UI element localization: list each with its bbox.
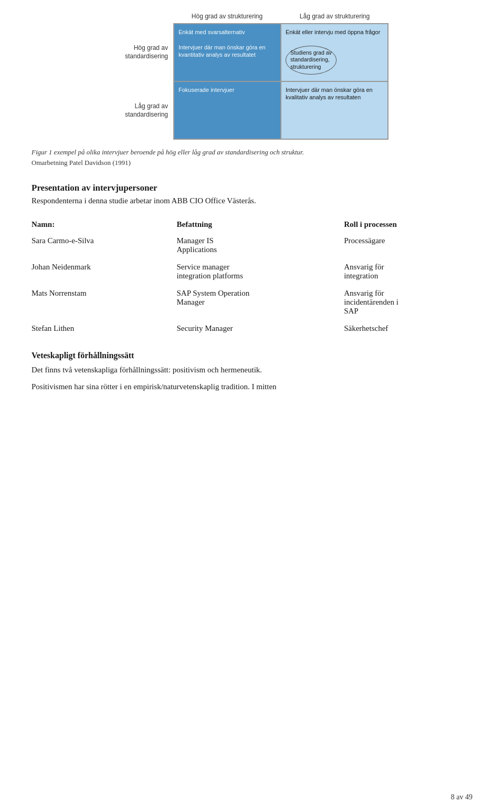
vetenskapligt-heading: Veteskapligt förhållningssätt xyxy=(32,351,472,360)
vetenskapligt-text2: Positivismen har sina rötter i en empiri… xyxy=(32,380,472,393)
top-label-high: Hög grad av strukturering xyxy=(173,11,281,23)
presentation-section: Presentation av intervjupersoner Respond… xyxy=(32,183,472,205)
table-row: Sara Carmo-e-Silva Manager IS Applicatio… xyxy=(32,234,472,256)
diagram-container: Hög grad av strukturering Låg grad av st… xyxy=(116,11,388,140)
table-header-row: Namn: Befattning Roll i processen xyxy=(32,217,472,234)
diagram-cell-bottom-right: Intervjuer där man önskar göra en kvalit… xyxy=(281,81,388,139)
vetenskapligt-section: Veteskapligt förhållningssätt Det finns … xyxy=(32,351,472,393)
row4-role: Säkerhetschef xyxy=(344,322,472,335)
spacer-row xyxy=(32,318,472,322)
row2-title: Service manager integration platforms xyxy=(177,261,344,283)
cell-text-4a: Intervjuer där man önskar göra en kvalit… xyxy=(286,86,383,101)
row2-role: Ansvarig för integration xyxy=(344,261,472,283)
diagram-body: Hög grad avstandardisering Låg grad avst… xyxy=(116,23,388,140)
spacer-row xyxy=(32,256,472,261)
row1-name: Sara Carmo-e-Silva xyxy=(32,234,177,256)
cell-content-top-left: Enkät med svarsalternativ Intervjuer där… xyxy=(178,28,276,58)
row4-name: Stefan Lithen xyxy=(32,322,177,335)
row1-role: Processägare xyxy=(344,234,472,256)
page-number: 8 av 49 xyxy=(451,793,472,801)
diagram-grid: Enkät med svarsalternativ Intervjuer där… xyxy=(173,23,388,140)
col-header-title: Befattning xyxy=(177,217,344,234)
diagram-cell-top-left: Enkät med svarsalternativ Intervjuer där… xyxy=(174,24,281,81)
row2-name: Johan Neidenmark xyxy=(32,261,177,283)
left-label-low: Låg grad avstandardisering xyxy=(116,102,173,119)
row1-title: Manager IS Applications xyxy=(177,234,344,256)
left-label-high: Hög grad avstandardisering xyxy=(116,44,173,60)
row3-name: Mats Norrenstam xyxy=(32,287,177,318)
respondent-table: Namn: Befattning Roll i processen Sara C… xyxy=(32,217,472,335)
cell-oval-top-right: Studiens grad avstandardisering,struktur… xyxy=(286,46,337,75)
diagram-section: Hög grad av strukturering Låg grad av st… xyxy=(32,11,472,167)
cell-text-1b: Intervjuer där man önskar göra en kvanti… xyxy=(178,44,276,59)
top-label-low: Låg grad av strukturering xyxy=(281,11,388,23)
row3-role: Ansvarig för incidentärenden i SAP xyxy=(344,287,472,318)
diagram-top-labels: Hög grad av strukturering Låg grad av st… xyxy=(173,11,388,23)
diagram-cell-bottom-left: Fokuserade intervjuer xyxy=(174,81,281,139)
cell-content-top-right: Enkät eller intervju med öppna frågor St… xyxy=(286,28,383,75)
figure-caption: Figur 1 exempel på olika intervjuer bero… xyxy=(32,148,472,157)
cell-text-3a: Fokuserade intervjuer xyxy=(178,86,276,93)
presentation-heading: Presentation av intervjupersoner xyxy=(32,183,472,193)
spacer-row xyxy=(32,283,472,287)
table-row: Mats Norrenstam SAP System Operation Man… xyxy=(32,287,472,318)
row3-title: SAP System Operation Manager xyxy=(177,287,344,318)
col-header-role: Roll i processen xyxy=(344,217,472,234)
cell-content-bottom-right: Intervjuer där man önskar göra en kvalit… xyxy=(286,86,383,101)
col-header-name: Namn: xyxy=(32,217,177,234)
diagram-left-labels: Hög grad avstandardisering Låg grad avst… xyxy=(116,23,173,140)
diagram-cell-top-right: Enkät eller intervju med öppna frågor St… xyxy=(281,24,388,81)
row4-title: Security Manager xyxy=(177,322,344,335)
table-row: Stefan Lithen Security Manager Säkerhets… xyxy=(32,322,472,335)
cell-text-2a: Enkät eller intervju med öppna frågor xyxy=(286,28,383,36)
cell-content-bottom-left: Fokuserade intervjuer xyxy=(178,86,276,93)
table-row: Johan Neidenmark Service manager integra… xyxy=(32,261,472,283)
presentation-subtext: Respondenterna i denna studie arbetar in… xyxy=(32,196,472,205)
cell-text-1a: Enkät med svarsalternativ xyxy=(178,28,276,36)
vetenskapligt-text1: Det finns två vetenskapliga förhållnings… xyxy=(32,363,472,376)
figure-source: Omarbetning Patel Davidson (1991) xyxy=(32,159,472,167)
